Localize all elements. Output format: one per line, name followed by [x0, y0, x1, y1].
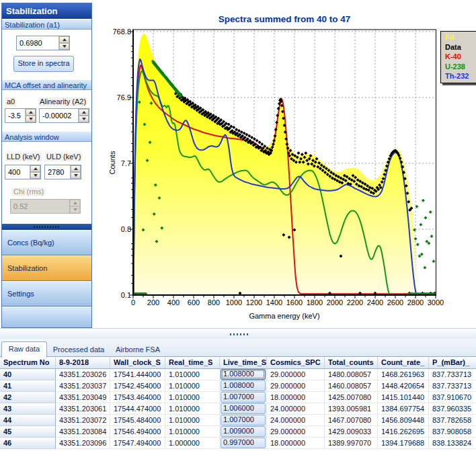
spin-down-button[interactable] — [26, 116, 36, 122]
column-header-cosmics-spc[interactable]: Cosmics_SPC — [267, 357, 325, 369]
alinearity-spinedit[interactable]: -0.00002 — [39, 108, 89, 123]
spin-up-button[interactable] — [71, 165, 81, 172]
cell[interactable]: 43351.203096 — [56, 438, 110, 449]
cell[interactable]: 1.010000 — [165, 403, 220, 415]
cell[interactable]: 17547.494000 — [110, 438, 165, 449]
cell[interactable]: 29.000000 — [267, 369, 325, 380]
cell[interactable]: 42 — [0, 392, 56, 403]
cell[interactable]: 17544.474000 — [110, 403, 165, 415]
cell[interactable]: 18.000000 — [267, 392, 325, 403]
stabilization-a1-value[interactable]: 0.6980 — [17, 36, 58, 50]
spin-down-button[interactable] — [30, 172, 40, 179]
cell[interactable]: 1.010000 — [165, 426, 220, 438]
cell[interactable]: 40 — [0, 369, 56, 380]
cell[interactable]: 1394.179688 — [378, 438, 429, 449]
cell[interactable]: 1.008000 — [220, 380, 267, 392]
live-time-cell[interactable]: 1.007000 — [221, 415, 266, 425]
stabilization-a1-spinedit[interactable]: 0.6980 — [16, 36, 70, 50]
cell[interactable]: 1467.007080 — [325, 415, 378, 426]
cell[interactable]: 838.133824 — [429, 438, 476, 449]
cell[interactable]: 1.007000 — [220, 392, 267, 403]
cell[interactable]: 1.010000 — [165, 369, 220, 380]
cell[interactable]: 46 — [0, 438, 56, 449]
uld-spinedit[interactable]: 2780 — [44, 165, 81, 179]
horizontal-splitter[interactable] — [0, 328, 476, 339]
live-time-cell[interactable]: 1.007000 — [221, 392, 266, 403]
panel-splitter-grip[interactable] — [2, 224, 91, 230]
alinearity-value[interactable]: -0.00002 — [40, 109, 78, 122]
cell[interactable]: 837.910670 — [429, 392, 476, 403]
spin-up-button[interactable] — [30, 165, 40, 172]
tab-processed-data[interactable]: Processed data — [50, 343, 108, 357]
uld-value[interactable]: 2780 — [45, 165, 70, 179]
column-header-total-counts[interactable]: Total_counts — [325, 357, 378, 369]
live-time-cell[interactable]: 1.009000 — [221, 426, 266, 437]
tab-raw-data[interactable]: Raw data — [1, 341, 47, 358]
spin-down-button[interactable] — [59, 43, 69, 50]
spin-up-button[interactable] — [59, 36, 69, 43]
cell[interactable]: 24.000000 — [267, 415, 325, 426]
cell[interactable]: 45 — [0, 426, 56, 438]
cell[interactable]: 1384.697754 — [378, 403, 429, 415]
cell[interactable]: 1393.005981 — [325, 403, 378, 415]
column-header-real-time-s[interactable]: Real_time_S — [165, 357, 220, 369]
cell[interactable]: 17542.454000 — [110, 380, 165, 392]
cell[interactable]: 43351.203037 — [56, 380, 110, 392]
cell[interactable]: 17545.484000 — [110, 415, 165, 426]
column-header-8-9-2018[interactable]: 8-9-2018 — [56, 357, 110, 369]
cell[interactable]: 29.000000 — [267, 380, 325, 392]
nav-button-concs-bq-kg[interactable]: Concs (Bq/kg) — [2, 230, 91, 255]
cell[interactable]: 1.008000 — [220, 369, 267, 380]
cell[interactable]: 43351.203084 — [56, 426, 110, 438]
cell[interactable]: 1429.009033 — [325, 426, 378, 438]
lld-value[interactable]: 400 — [5, 165, 30, 179]
cell[interactable]: 1.007000 — [220, 415, 267, 426]
store-in-spectra-button[interactable]: Store in spectra — [13, 56, 74, 72]
cell[interactable]: 24.000000 — [267, 403, 325, 415]
column-header-count-rate[interactable]: Count_rate_ — [378, 357, 429, 369]
cell[interactable]: 1425.007080 — [325, 392, 378, 403]
live-time-cell[interactable]: 1.006000 — [221, 403, 266, 414]
cell[interactable]: 837.782658 — [429, 415, 476, 426]
cell[interactable]: 43351.203061 — [56, 403, 110, 415]
cell[interactable]: 837.908058 — [429, 426, 476, 438]
column-header-p-mbar[interactable]: P_(mBar)_ — [429, 357, 476, 369]
cell[interactable]: 17546.494000 — [110, 426, 165, 438]
cell[interactable]: 43351.203072 — [56, 415, 110, 426]
nav-button-settings[interactable]: Settings — [2, 281, 91, 306]
lld-spinedit[interactable]: 400 — [5, 165, 41, 179]
cell[interactable]: 17543.464000 — [110, 392, 165, 403]
cell[interactable]: 43351.203049 — [56, 392, 110, 403]
column-header-live-time-s[interactable]: Live_time_S — [220, 357, 267, 369]
cell[interactable]: 837.960335 — [429, 403, 476, 415]
cell[interactable]: 1456.809448 — [378, 415, 429, 426]
cell[interactable]: 18.000000 — [267, 438, 325, 449]
cell[interactable]: 43 — [0, 403, 56, 415]
tab-airborne-fsa[interactable]: Airborne FSA — [109, 343, 167, 357]
cell[interactable]: 29.000000 — [267, 426, 325, 438]
spin-up-button[interactable] — [26, 109, 36, 116]
cell[interactable]: 41 — [0, 380, 56, 392]
cell[interactable]: 44 — [0, 415, 56, 426]
cell[interactable]: 1.010000 — [165, 380, 220, 392]
cell[interactable]: 1.006000 — [220, 403, 267, 415]
column-header-spectrum-no[interactable]: Spectrum No — [0, 357, 56, 369]
spin-down-button[interactable] — [79, 116, 89, 122]
focused-cell[interactable]: 1.008000 — [221, 369, 266, 380]
cell[interactable]: 1389.997070 — [325, 438, 378, 449]
cell[interactable]: 1460.008057 — [325, 380, 378, 392]
cell[interactable]: 837.733713 — [429, 369, 476, 380]
spin-down-button[interactable] — [71, 172, 81, 179]
cell[interactable]: 1.010000 — [165, 392, 220, 403]
cell[interactable]: 1480.008057 — [325, 369, 378, 380]
cell[interactable]: 1.010000 — [165, 415, 220, 426]
live-time-cell[interactable]: 1.008000 — [221, 380, 266, 391]
cell[interactable]: 17541.444000 — [110, 369, 165, 380]
cell[interactable]: 1416.262695 — [378, 426, 429, 438]
cell[interactable]: 1468.261963 — [378, 369, 429, 380]
nav-button-stabilization[interactable]: Stabilization — [2, 255, 91, 281]
cell[interactable]: 43351.203026 — [56, 369, 110, 380]
cell[interactable]: 1.000000 — [165, 438, 220, 449]
live-time-cell[interactable]: 0.997000 — [221, 438, 266, 448]
cell[interactable]: 1.009000 — [220, 426, 267, 438]
